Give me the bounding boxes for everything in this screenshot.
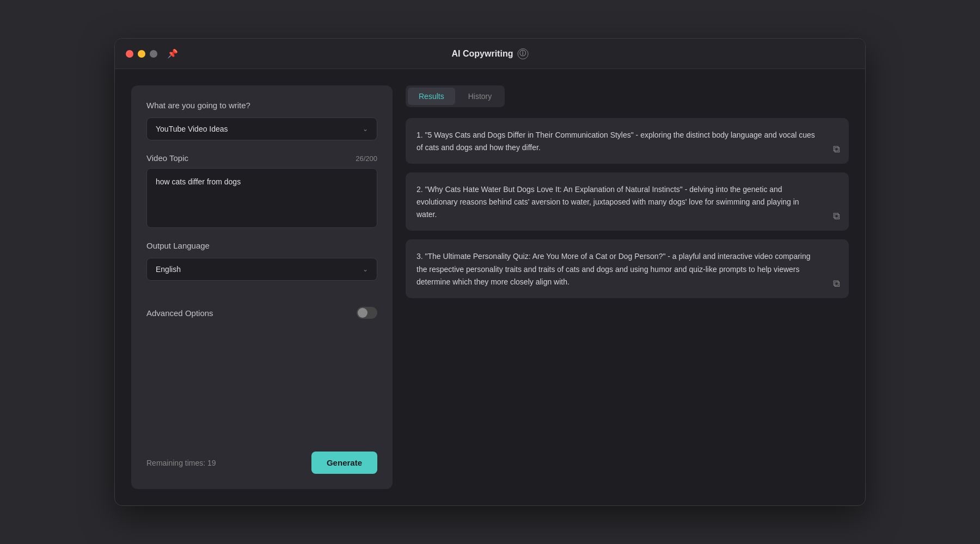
copy-icon-2[interactable]: ⧉ [833,211,840,222]
copy-icon-1[interactable]: ⧉ [833,144,840,155]
video-topic-header: Video Topic 26/200 [146,153,377,163]
video-topic-textarea[interactable] [146,168,377,228]
tabs-row: Results History [406,85,505,107]
main-content: What are you going to write? YouTube Vid… [115,69,865,505]
write-question-label: What are you going to write? [146,101,377,110]
output-language-dropdown[interactable]: English ⌄ [146,258,377,281]
tab-results[interactable]: Results [408,88,455,105]
content-type-chevron: ⌄ [363,125,368,133]
app-window: 📌 AI Copywriting ⓘ What are you going to… [114,38,866,506]
fullscreen-button[interactable] [150,50,157,58]
result-text-2: 2. "Why Cats Hate Water But Dogs Love It… [416,183,838,221]
result-card-2: 2. "Why Cats Hate Water But Dogs Love It… [406,172,849,231]
language-value: English [156,265,181,274]
titlebar: 📌 AI Copywriting ⓘ [115,39,865,69]
remaining-times: Remaining times: 19 [146,459,216,467]
traffic-lights: 📌 [126,48,178,59]
video-topic-label: Video Topic [146,153,188,163]
info-icon[interactable]: ⓘ [517,48,528,59]
toggle-thumb [358,308,367,318]
content-type-dropdown[interactable]: YouTube Video Ideas ⌄ [146,118,377,140]
result-text-3: 3. "The Ultimate Personality Quiz: Are Y… [416,250,838,288]
content-type-value: YouTube Video Ideas [156,125,228,133]
generate-button[interactable]: Generate [311,452,377,474]
char-count: 26/200 [356,154,377,163]
language-chevron: ⌄ [363,265,368,273]
output-language-label: Output Language [146,241,377,250]
close-button[interactable] [126,50,133,58]
advanced-options-label: Advanced Options [146,308,213,318]
left-panel: What are you going to write? YouTube Vid… [131,85,393,489]
advanced-options-toggle[interactable] [357,307,377,319]
bottom-row: Remaining times: 19 Generate [146,441,377,474]
title-area: AI Copywriting ⓘ [452,48,529,59]
app-title: AI Copywriting [452,49,513,59]
right-panel: Results History 1. "5 Ways Cats and Dogs… [406,85,849,489]
results-list: 1. "5 Ways Cats and Dogs Differ in Their… [406,118,849,489]
result-card-1: 1. "5 Ways Cats and Dogs Differ in Their… [406,118,849,164]
copy-icon-3[interactable]: ⧉ [833,278,840,289]
tab-history[interactable]: History [457,88,503,105]
result-text-1: 1. "5 Ways Cats and Dogs Differ in Their… [416,129,838,154]
result-card-3: 3. "The Ultimate Personality Quiz: Are Y… [406,239,849,298]
pin-icon: 📌 [167,48,178,59]
minimize-button[interactable] [138,50,145,58]
advanced-options-row: Advanced Options [146,307,377,319]
